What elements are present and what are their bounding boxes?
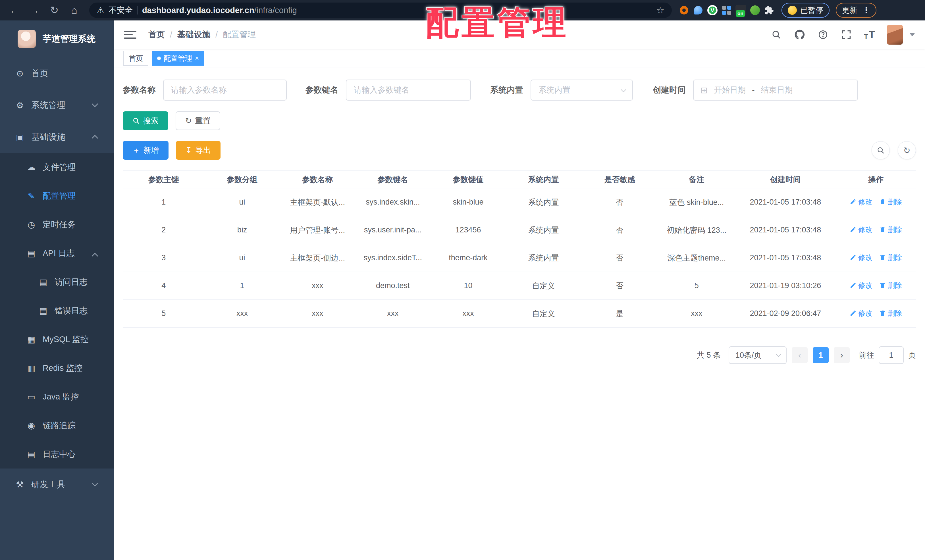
extension-green-icon[interactable]: V (707, 4, 719, 16)
next-page-button[interactable]: › (834, 347, 850, 363)
extension-pin-icon[interactable] (692, 4, 704, 16)
extensions-puzzle-icon[interactable] (763, 4, 775, 16)
cell-created: 2021-02-09 20:06:47 (735, 300, 836, 328)
address-bar[interactable]: ⚠ 不安全 dashboard.yudao.iocoder.cn/infra/c… (89, 3, 672, 18)
column-header: 创建时间 (735, 171, 836, 188)
user-avatar[interactable] (887, 25, 903, 45)
search-button[interactable]: 搜索 (123, 111, 168, 130)
kebab-menu-icon[interactable]: ⋮ (862, 6, 870, 15)
date-range-picker[interactable]: ⊞ 开始日期 - 结束日期 (693, 80, 858, 101)
delete-link[interactable]: 删除 (879, 197, 902, 206)
goto-page-input[interactable] (879, 346, 904, 364)
cell-group: ui (204, 244, 280, 272)
cell-value: theme-dark (431, 244, 506, 272)
prev-page-button[interactable]: ‹ (792, 347, 807, 363)
search-icon (133, 117, 140, 125)
cell-actions: 修改删除 (836, 300, 916, 328)
column-header: 是否敏感 (581, 171, 658, 188)
edit-link[interactable]: 修改 (850, 309, 872, 318)
sidebar-logo[interactable]: 芋道管理系统 (0, 21, 114, 57)
sidebar-item-scheduled-jobs[interactable]: ◷定时任务 (0, 210, 114, 239)
browser-update-button[interactable]: 更新 ⋮ (836, 3, 877, 18)
sidebar-item-redis-monitor[interactable]: ▥Redis 监控 (0, 354, 114, 382)
bookmark-star-icon[interactable]: ☆ (656, 5, 664, 16)
browser-reload-icon[interactable]: ↻ (45, 2, 63, 19)
cell-type: 系统内置 (506, 244, 581, 272)
delete-link[interactable]: 删除 (879, 281, 902, 290)
extension-on-badge-icon[interactable]: on (735, 4, 747, 16)
chevron-down-icon (776, 352, 781, 357)
delete-link[interactable]: 删除 (879, 253, 902, 262)
edit-link[interactable]: 修改 (850, 225, 872, 235)
search-icon[interactable] (771, 29, 782, 40)
delete-link[interactable]: 删除 (879, 225, 902, 235)
column-header: 备注 (658, 171, 735, 188)
edit-link[interactable]: 修改 (850, 253, 872, 262)
cell-id: 5 (123, 300, 204, 328)
add-button[interactable]: ＋ 新增 (123, 141, 169, 160)
browser-home-icon[interactable]: ⌂ (65, 2, 83, 19)
help-icon[interactable] (817, 29, 829, 40)
reset-button[interactable]: ↻ 重置 (176, 111, 220, 130)
cell-key: demo.test (355, 272, 431, 300)
param-key-input[interactable] (346, 80, 471, 101)
log-icon: ▤ (25, 248, 38, 258)
current-page[interactable]: 1 (813, 347, 829, 363)
extension-leaf-icon[interactable] (749, 4, 761, 16)
cell-id: 3 (123, 244, 204, 272)
logo-avatar (18, 30, 36, 48)
breadcrumb-infrastructure[interactable]: 基础设施 (177, 29, 210, 40)
param-name-input[interactable] (163, 80, 287, 101)
github-icon[interactable] (794, 29, 805, 40)
toggle-search-button[interactable] (872, 141, 890, 160)
fullscreen-icon[interactable] (841, 29, 852, 40)
extension-orange-icon[interactable] (678, 4, 690, 16)
sidebar-collapse-icon[interactable] (124, 29, 136, 40)
cell-type: 系统内置 (506, 188, 581, 216)
sidebar-item-home[interactable]: ⊙首页 (0, 57, 114, 89)
font-size-icon[interactable]: TT (864, 29, 875, 41)
cell-actions: 修改删除 (836, 244, 916, 272)
edit-link[interactable]: 修改 (850, 197, 872, 206)
paused-badge-label: 已暂停 (800, 5, 823, 15)
edit-pencil-icon (850, 310, 857, 316)
close-tab-icon[interactable]: × (195, 55, 199, 62)
refresh-table-button[interactable]: ↻ (898, 141, 916, 160)
chevron-down-icon[interactable] (910, 33, 915, 36)
sidebar-item-trace[interactable]: ◉链路追踪 (0, 411, 114, 440)
table-row: 1ui主框架页-默认...sys.index.skin...skin-blue系… (123, 188, 916, 216)
chevron-down-icon (92, 101, 98, 107)
clock-icon: ◷ (25, 220, 38, 230)
edit-link[interactable]: 修改 (850, 281, 872, 290)
cell-name: 主框架页-侧边... (280, 244, 355, 272)
breadcrumb-home[interactable]: 首页 (148, 29, 165, 40)
browser-forward-icon[interactable]: → (26, 2, 43, 19)
column-header: 参数键值 (431, 171, 506, 188)
cell-name: xxx (280, 272, 355, 300)
builtin-label: 系统内置 (490, 84, 523, 96)
app-title: 芋道管理系统 (43, 33, 95, 45)
sidebar-item-error-logs[interactable]: ▤错误日志 (0, 297, 114, 325)
page-size-select[interactable]: 10条/页 (729, 346, 786, 364)
sidebar-item-dev-tools[interactable]: ⚒研发工具 (0, 468, 114, 500)
tab-config-management[interactable]: 配置管理 × (152, 51, 204, 66)
builtin-select[interactable]: 系统内置 (530, 80, 633, 101)
tab-home[interactable]: 首页 (124, 51, 148, 66)
sidebar-item-mysql-monitor[interactable]: ▦MySQL 监控 (0, 325, 114, 354)
sidebar-item-infrastructure[interactable]: ▣基础设施 (0, 121, 114, 153)
cell-value: xxx (431, 300, 506, 328)
sidebar-item-file-management[interactable]: ☁文件管理 (0, 153, 114, 182)
export-button[interactable]: ↧ 导出 (176, 141, 220, 160)
table-row: 2biz用户管理-账号...sys.user.init-pa...123456系… (123, 216, 916, 244)
sidebar-item-java-monitor[interactable]: ▭Java 监控 (0, 382, 114, 411)
browser-back-icon[interactable]: ← (6, 2, 23, 19)
sidebar-item-system-management[interactable]: ⚙系统管理 (0, 89, 114, 121)
sidebar-item-log-center[interactable]: ▤日志中心 (0, 440, 114, 468)
profile-paused-badge[interactable]: 已暂停 (782, 3, 830, 18)
sidebar-item-config-management[interactable]: ✎配置管理 (0, 182, 114, 210)
extension-grid-icon[interactable] (721, 4, 733, 16)
delete-link[interactable]: 删除 (879, 309, 902, 318)
pagination: 共 5 条 10条/页 ‹ 1 › 前往 页 (123, 346, 916, 364)
sidebar-item-access-logs[interactable]: ▤访问日志 (0, 268, 114, 297)
sidebar-item-api-logs[interactable]: ▤API 日志 (0, 239, 114, 268)
